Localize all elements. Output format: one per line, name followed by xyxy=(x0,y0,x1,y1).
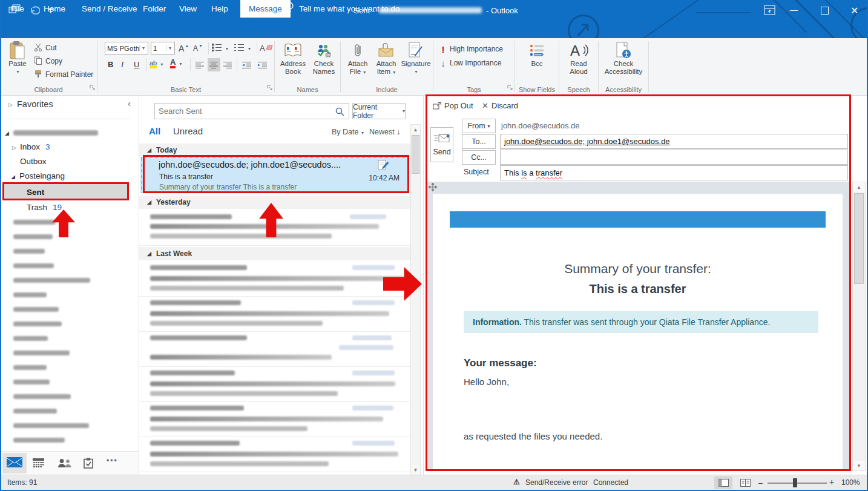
redacted-folder[interactable] xyxy=(13,292,47,297)
redacted-folder[interactable] xyxy=(13,438,65,443)
font-color-button[interactable]: A ▾ xyxy=(170,58,182,70)
redacted-folder[interactable] xyxy=(13,409,57,414)
inbox-collapsed-icon[interactable]: ▷ xyxy=(12,145,16,151)
tab-send-receive[interactable]: Send / Receive xyxy=(82,0,137,18)
redacted-folder[interactable] xyxy=(13,423,89,428)
scroll-up-icon[interactable]: ▲ xyxy=(411,125,420,134)
filter-unread-tab[interactable]: Unread xyxy=(173,126,203,136)
clipboard-dialog-launcher-icon[interactable] xyxy=(90,82,95,93)
group-header-today[interactable]: ◢ Today xyxy=(139,143,410,157)
zoom-out-button[interactable]: − xyxy=(758,478,763,488)
tab-message-active[interactable]: Message xyxy=(240,0,291,18)
bold-button[interactable]: B xyxy=(106,58,115,71)
search-scope-dropdown[interactable]: Current Folder▾ xyxy=(352,103,406,119)
sort-by-dropdown[interactable]: By Date ▾ xyxy=(332,128,364,136)
copy-button[interactable]: Copy xyxy=(34,55,62,67)
filter-all-tab[interactable]: All xyxy=(149,126,160,136)
favorites-collapsed-icon[interactable]: ▷ xyxy=(8,102,13,108)
nav-people-button[interactable] xyxy=(58,458,71,470)
format-painter-button[interactable]: Format Painter xyxy=(34,68,93,81)
redacted-folder[interactable] xyxy=(13,365,47,370)
clear-formatting-button[interactable]: A xyxy=(260,42,273,54)
nav-tasks-button[interactable] xyxy=(84,458,93,471)
redacted-email-item[interactable] xyxy=(139,297,410,332)
redacted-email-item[interactable] xyxy=(139,211,410,246)
sidebar-item-outbox[interactable]: Outbox xyxy=(20,157,47,166)
highlight-button[interactable]: ab ▾ xyxy=(150,58,163,70)
to-button[interactable]: To... xyxy=(462,134,496,149)
pop-out-button[interactable]: Pop Out xyxy=(444,101,473,110)
sidebar-item-inbox[interactable]: Inbox3 xyxy=(20,142,50,151)
redacted-folder[interactable] xyxy=(13,380,50,384)
grow-font-button[interactable]: A▲ xyxy=(179,42,191,54)
zoom-level[interactable]: 100% xyxy=(841,478,860,487)
scroll-down-icon[interactable]: ▼ xyxy=(411,465,420,475)
redacted-folder[interactable] xyxy=(13,394,71,399)
redacted-folder[interactable] xyxy=(13,234,53,239)
from-button[interactable]: From▾ xyxy=(462,119,496,133)
reading-view-button[interactable] xyxy=(736,476,754,489)
redacted-email-item[interactable] xyxy=(139,437,410,472)
search-icon[interactable] xyxy=(335,107,344,119)
cc-button[interactable]: Cc... xyxy=(462,150,496,165)
tab-help[interactable]: Help xyxy=(211,0,228,18)
cc-field[interactable] xyxy=(500,150,848,165)
zoom-slider-track[interactable] xyxy=(768,483,827,484)
zoom-slider-thumb[interactable] xyxy=(793,478,797,487)
ribbon-display-options-icon[interactable] xyxy=(764,5,775,18)
align-right-button[interactable] xyxy=(222,58,234,71)
font-name-combo[interactable]: MS PGothi▾ xyxy=(105,42,148,54)
redacted-folder[interactable] xyxy=(13,263,54,268)
redacted-email-item[interactable] xyxy=(139,402,410,437)
redacted-email-item[interactable] xyxy=(139,262,410,297)
decrease-indent-button[interactable] xyxy=(240,58,254,71)
scroll-up-icon[interactable]: ▲ xyxy=(853,182,865,192)
signature-button[interactable]: Signature ▾ xyxy=(400,41,432,76)
redacted-folder[interactable] xyxy=(13,336,48,341)
sidebar-item-trash[interactable]: Trash19 xyxy=(27,203,62,212)
nav-more-button[interactable]: ••• xyxy=(107,456,118,465)
sidebar-item-sent-selected[interactable]: Sent xyxy=(4,184,128,200)
selected-email-item[interactable]: john.doe@secudos.de; john.doe1@secudos..… xyxy=(140,157,409,193)
customize-qat-icon[interactable]: ▾ xyxy=(48,8,53,13)
tags-dialog-launcher-icon[interactable] xyxy=(507,82,513,93)
nav-mail-button[interactable] xyxy=(2,453,27,473)
redacted-folder[interactable] xyxy=(13,321,62,326)
italic-button[interactable]: I xyxy=(119,58,125,71)
scrollbar-thumb[interactable] xyxy=(412,135,419,174)
to-field[interactable]: john.doe@secudos.de; john.doe1@secudos.d… xyxy=(500,134,848,149)
check-names-button[interactable]: @ CheckNames xyxy=(310,41,338,76)
send-button[interactable]: Send xyxy=(430,127,453,162)
nav-calendar-button[interactable] xyxy=(33,458,44,471)
bcc-button[interactable]: Bcc xyxy=(525,41,549,68)
underline-button[interactable]: U xyxy=(132,58,141,71)
attach-item-button[interactable]: Attach Item ▾ xyxy=(372,41,400,76)
group-header-last-week[interactable]: ◢ Last Week xyxy=(139,247,410,260)
check-accessibility-button[interactable]: CheckAccessibility xyxy=(602,41,645,76)
numbered-list-button[interactable]: ▾ xyxy=(234,42,251,54)
sort-direction-button[interactable]: Newest ↓ xyxy=(369,128,400,136)
redacted-folder[interactable] xyxy=(13,351,70,355)
redacted-account-row[interactable] xyxy=(13,130,98,136)
to-value[interactable]: john.doe@secudos.de; john.doe1@secudos.d… xyxy=(504,137,670,146)
redacted-email-item[interactable] xyxy=(139,367,410,402)
zoom-in-button[interactable]: + xyxy=(829,477,834,487)
redacted-email-item[interactable] xyxy=(139,332,410,367)
align-left-button[interactable] xyxy=(194,58,206,71)
redacted-folder[interactable] xyxy=(13,220,56,225)
redacted-folder[interactable] xyxy=(13,307,59,312)
paste-button[interactable]: Paste ▾ xyxy=(5,41,30,76)
scrollbar-thumb[interactable] xyxy=(854,193,864,284)
redacted-folder[interactable] xyxy=(13,249,45,254)
bullet-list-button[interactable]: ▾ xyxy=(212,42,228,54)
shrink-font-button[interactable]: A▼ xyxy=(193,42,205,54)
send-receive-error[interactable]: Send/Receive error xyxy=(525,478,588,487)
high-importance-button[interactable]: ! High Importance xyxy=(439,43,503,55)
sidebar-item-posteingang[interactable]: Posteingang xyxy=(19,171,65,180)
outlook-send-receive-icon[interactable] xyxy=(8,4,21,18)
reading-pane-scrollbar[interactable]: ▲ ▼ xyxy=(852,182,866,471)
basic-text-dialog-launcher-icon[interactable] xyxy=(267,82,272,93)
discard-x-icon[interactable]: ✕ xyxy=(482,101,488,110)
account-expanded-icon[interactable]: ◢ xyxy=(5,130,9,136)
collapse-pane-icon[interactable]: ‹ xyxy=(128,98,131,108)
